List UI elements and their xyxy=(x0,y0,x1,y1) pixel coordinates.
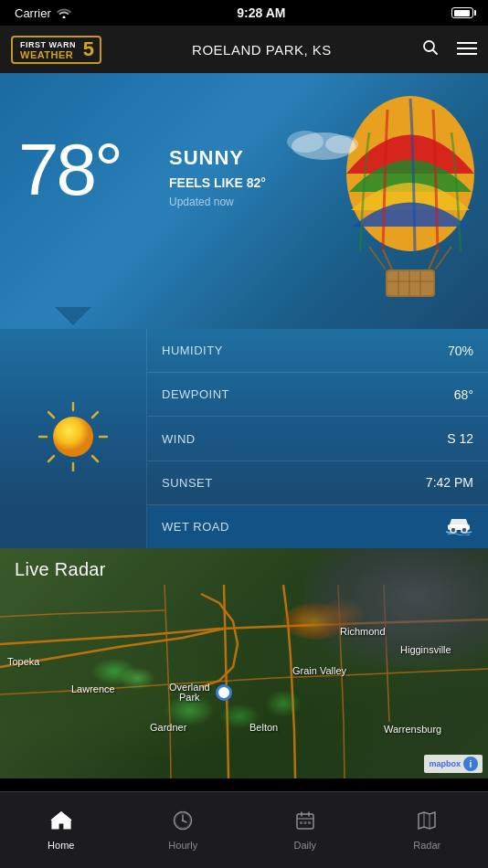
status-time: 9:28 AM xyxy=(237,5,285,20)
nav-bar: FIRST WARN WEATHER 5 ROELAND PARK, KS xyxy=(0,26,488,73)
svg-line-25 xyxy=(92,456,98,461)
logo-weather: WEATHER xyxy=(20,49,73,60)
svg-rect-11 xyxy=(387,271,433,295)
tab-radar[interactable]: Radar xyxy=(366,792,489,868)
updated-timestamp: Updated now xyxy=(169,196,266,208)
svg-line-26 xyxy=(92,412,98,418)
tab-bar: Home Hourly Daily xyxy=(0,791,488,868)
wifi-icon xyxy=(57,7,71,18)
mapbox-attribution: mapbox i xyxy=(424,755,483,773)
tab-home[interactable]: Home xyxy=(0,792,122,868)
wind-value: S 12 xyxy=(447,431,473,446)
wind-label: WIND xyxy=(162,432,196,446)
tab-hourly-label: Hourly xyxy=(168,840,197,851)
humidity-label: HUMIDITY xyxy=(162,344,223,357)
svg-line-24 xyxy=(48,412,54,418)
storm-area xyxy=(305,548,488,667)
weather-details-table: HUMIDITY 70% DEWPOINT 68° WIND S 12 SUNS… xyxy=(146,329,488,548)
weather-details-section: HUMIDITY 70% DEWPOINT 68° WIND S 12 SUNS… xyxy=(0,329,488,548)
city-richmond: Richmond xyxy=(340,626,386,637)
city-park: Park xyxy=(179,692,200,703)
detail-row-wet-road: WET ROAD xyxy=(147,505,488,548)
status-right xyxy=(451,7,473,18)
wet-road-icon xyxy=(444,512,473,541)
svg-line-27 xyxy=(48,456,54,461)
svg-point-17 xyxy=(287,131,324,153)
city-higginsville: Higginsville xyxy=(400,644,451,655)
mapbox-logo: mapbox xyxy=(429,759,461,768)
radar-section[interactable]: Topeka Lawrence Overland Park Grain Vall… xyxy=(0,548,488,778)
clock-icon xyxy=(173,810,193,836)
tab-radar-label: Radar xyxy=(413,840,440,851)
hot-air-balloon-image xyxy=(278,73,488,329)
svg-rect-41 xyxy=(300,821,302,824)
svg-point-36 xyxy=(182,819,184,820)
map-icon xyxy=(417,810,437,836)
weather-hero: 78° SUNNY FEELS LIKE 82° Updated now xyxy=(0,73,488,329)
carrier-label: Carrier xyxy=(15,6,51,20)
precip-patch-5 xyxy=(265,690,302,717)
hamburger-menu-icon[interactable] xyxy=(457,37,477,61)
detail-row-sunset: SUNSET 7:42 PM xyxy=(147,461,488,505)
svg-marker-44 xyxy=(419,812,435,829)
logo-channel-number: 5 xyxy=(83,39,94,59)
city-name: ROELAND PARK, KS xyxy=(112,42,411,58)
svg-point-18 xyxy=(325,135,358,153)
logo-first-warn: FIRST WARN xyxy=(20,40,76,49)
radar-section-title: Live Radar xyxy=(15,559,106,580)
status-bar: Carrier 9:28 AM xyxy=(0,0,488,26)
feels-like: FEELS LIKE 82° xyxy=(169,175,266,190)
weather-condition-block: SUNNY FEELS LIKE 82° Updated now xyxy=(169,146,266,208)
detail-row-wind: WIND S 12 xyxy=(147,417,488,460)
calendar-icon xyxy=(295,810,315,836)
app-logo: FIRST WARN WEATHER 5 xyxy=(11,36,101,64)
dewpoint-value: 68° xyxy=(454,387,473,402)
condition-label: SUNNY xyxy=(169,146,266,170)
tab-daily[interactable]: Daily xyxy=(244,792,366,868)
dewpoint-label: DEWPOINT xyxy=(162,387,229,401)
sunset-value: 7:42 PM xyxy=(426,475,473,490)
sunset-label: SUNSET xyxy=(162,476,213,490)
wet-road-label: WET ROAD xyxy=(162,520,229,534)
city-gardner: Gardner xyxy=(150,722,186,733)
feels-like-value: 82° xyxy=(247,175,266,190)
city-grain-valley: Grain Valley xyxy=(292,665,346,676)
tab-daily-label: Daily xyxy=(294,840,316,851)
tab-home-label: Home xyxy=(48,840,74,851)
precip-patch-2 xyxy=(119,667,155,690)
svg-line-1 xyxy=(433,49,438,54)
city-belton: Belton xyxy=(249,722,278,733)
city-topeka: Topeka xyxy=(7,656,39,667)
city-lawrence: Lawrence xyxy=(71,683,115,694)
detail-row-humidity: HUMIDITY 70% xyxy=(147,329,488,373)
tab-hourly[interactable]: Hourly xyxy=(122,792,245,868)
humidity-value: 70% xyxy=(448,344,473,358)
radar-map[interactable]: Topeka Lawrence Overland Park Grain Vall… xyxy=(0,548,488,778)
svg-rect-43 xyxy=(308,821,311,824)
battery-icon xyxy=(451,7,473,18)
current-location-dot xyxy=(216,684,232,701)
search-icon[interactable] xyxy=(422,39,439,60)
sun-icon-area xyxy=(0,329,146,548)
status-left: Carrier xyxy=(15,6,71,20)
hero-pointer xyxy=(55,307,91,329)
city-warrensburg: Warrensburg xyxy=(384,724,441,735)
sun-icon xyxy=(32,396,114,482)
svg-point-28 xyxy=(53,417,93,457)
svg-marker-19 xyxy=(55,307,91,325)
svg-rect-42 xyxy=(303,821,306,824)
feels-like-label: FEELS LIKE xyxy=(169,175,243,190)
current-temperature: 78° xyxy=(18,128,121,212)
detail-row-dewpoint: DEWPOINT 68° xyxy=(147,373,488,417)
home-icon xyxy=(50,810,72,836)
info-badge[interactable]: i xyxy=(463,757,478,771)
